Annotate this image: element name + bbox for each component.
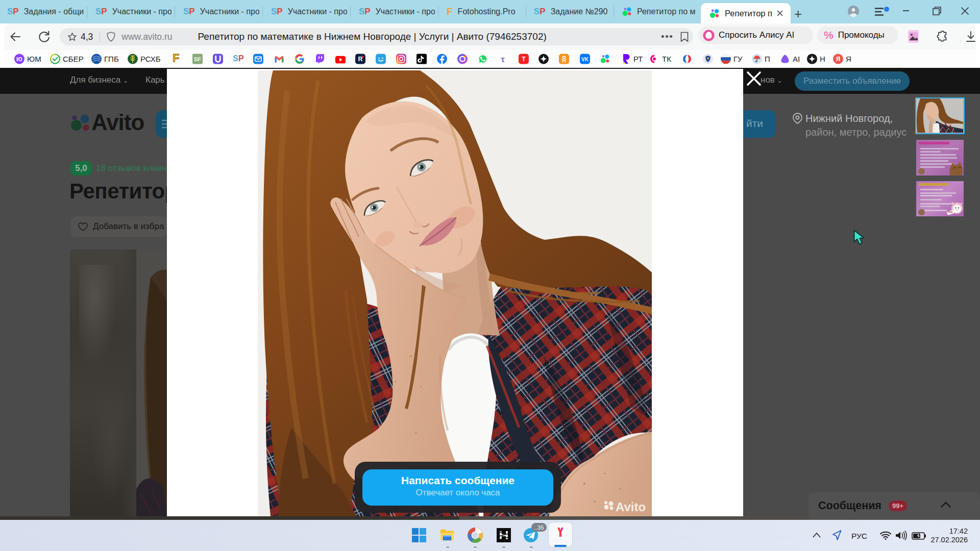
svg-text:Ю: Ю <box>16 56 22 62</box>
svg-text:F: F <box>173 52 179 64</box>
svg-text:Я: Я <box>836 55 841 62</box>
svg-text:Написать сообщение: Написать сообщение <box>401 474 514 486</box>
svg-text:SF: SF <box>194 56 202 62</box>
svg-text:Отвечает около часа: Отвечает около часа <box>415 488 500 497</box>
svg-text:VK: VK <box>581 56 589 62</box>
svg-text:Avito: Avito <box>616 500 646 514</box>
svg-text:T: T <box>522 56 526 63</box>
